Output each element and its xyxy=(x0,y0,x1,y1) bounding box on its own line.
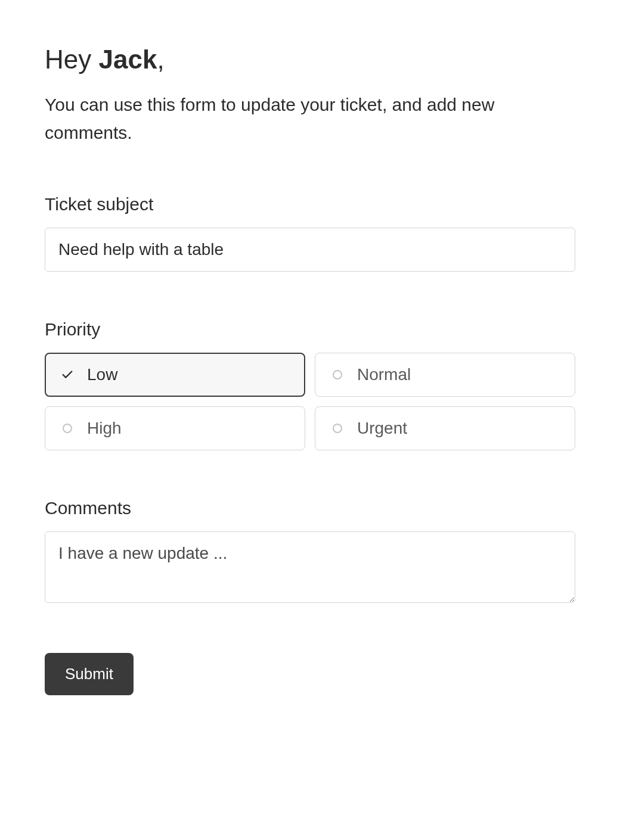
priority-option-normal[interactable]: Normal xyxy=(315,353,575,397)
priority-option-label: Low xyxy=(87,365,117,384)
check-icon xyxy=(61,368,74,381)
priority-option-urgent[interactable]: Urgent xyxy=(315,406,575,450)
greeting-name: Jack xyxy=(98,45,157,74)
comments-label: Comments xyxy=(45,498,575,518)
submit-button[interactable]: Submit xyxy=(45,653,134,695)
subject-input[interactable] xyxy=(45,228,575,272)
subject-field-group: Ticket subject xyxy=(45,194,575,272)
priority-field-group: Priority Low Normal High U xyxy=(45,319,575,450)
comments-field-group: Comments xyxy=(45,498,575,605)
greeting-heading: Hey Jack, xyxy=(45,45,575,74)
priority-label: Priority xyxy=(45,319,575,340)
subject-label: Ticket subject xyxy=(45,194,575,214)
greeting-suffix: , xyxy=(157,45,164,74)
comments-textarea[interactable] xyxy=(45,531,575,603)
greeting-prefix: Hey xyxy=(45,45,98,74)
priority-option-label: Urgent xyxy=(357,419,407,438)
priority-option-low[interactable]: Low xyxy=(45,353,305,397)
priority-option-label: Normal xyxy=(357,365,411,384)
circle-icon xyxy=(331,368,344,381)
priority-grid: Low Normal High Urgent xyxy=(45,353,575,450)
circle-icon xyxy=(331,422,344,435)
circle-icon xyxy=(61,422,74,435)
priority-option-label: High xyxy=(87,419,122,438)
form-description: You can use this form to update your tic… xyxy=(45,91,575,147)
priority-option-high[interactable]: High xyxy=(45,406,305,450)
